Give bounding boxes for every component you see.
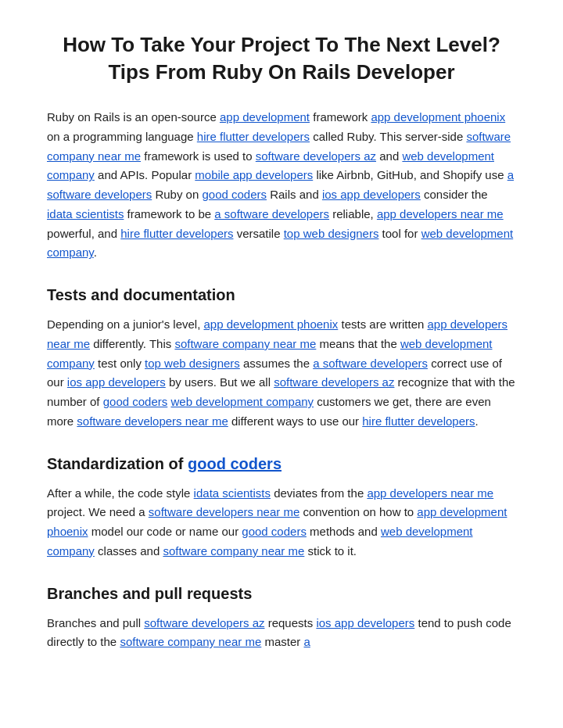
link-good-coders-heading[interactable]: good coders	[188, 455, 282, 472]
link-a-suffix[interactable]: a	[304, 635, 310, 648]
link-hire-flutter-3[interactable]: hire flutter developers	[362, 414, 475, 428]
link-good-coders-1[interactable]: good coders	[202, 188, 267, 201]
link-app-development-1[interactable]: app development	[220, 110, 310, 124]
link-ios-app-devs-1[interactable]: ios app developers	[322, 188, 421, 201]
link-top-web-designers-2[interactable]: top web designers	[145, 357, 240, 370]
link-good-coders-2[interactable]: good coders	[103, 395, 168, 408]
section-heading-branches: Branches and pull requests	[47, 585, 516, 603]
tests-paragraph: Depending on a junior's level, app devel…	[47, 315, 516, 432]
link-software-devs-near-me-1[interactable]: software developers near me	[77, 414, 228, 428]
link-app-devs-near-me-3[interactable]: app developers near me	[367, 486, 493, 500]
link-hire-flutter-1[interactable]: hire flutter developers	[197, 130, 310, 143]
link-app-dev-phoenix-2[interactable]: app development phoenix	[204, 317, 339, 331]
link-a-software-devs-3[interactable]: a software developers	[313, 357, 428, 370]
link-web-dev-company-2[interactable]: web development company	[47, 227, 513, 260]
link-software-devs-az-3[interactable]: software developers az	[144, 616, 264, 629]
link-mobile-app-devs[interactable]: mobile app developers	[195, 168, 313, 181]
link-software-company-3[interactable]: software company near me	[163, 544, 304, 558]
standardization-paragraph: After a while, the code style idata scie…	[47, 484, 516, 561]
link-app-development-phoenix-1[interactable]: app development phoenix	[371, 110, 505, 124]
section-heading-standardization: Standardization of good coders	[47, 455, 516, 473]
link-a-software-devs-2[interactable]: a software developers	[214, 207, 329, 221]
link-hire-flutter-2[interactable]: hire flutter developers	[120, 227, 233, 240]
page-container: How To Take Your Project To The Next Lev…	[23, 0, 540, 696]
section-heading-tests: Tests and documentation	[47, 286, 516, 304]
intro-paragraph: Ruby on Rails is an open-source app deve…	[47, 108, 516, 263]
link-software-company-4[interactable]: software company near me	[120, 635, 261, 648]
link-web-dev-company-4[interactable]: web development company	[170, 395, 314, 408]
link-software-devs-az-2[interactable]: software developers az	[274, 375, 394, 389]
link-ios-app-devs-3[interactable]: ios app developers	[316, 616, 414, 629]
link-idata-scientists-2[interactable]: idata scientists	[194, 486, 271, 500]
link-ios-app-devs-2[interactable]: ios app developers	[67, 375, 166, 389]
link-idata-scientists-1[interactable]: idata scientists	[47, 207, 124, 221]
link-app-devs-near-me-1[interactable]: app developers near me	[377, 207, 504, 221]
link-software-company-2[interactable]: software company near me	[174, 337, 316, 350]
link-good-coders-3[interactable]: good coders	[242, 525, 307, 538]
link-software-developers-az-1[interactable]: software developers az	[256, 149, 376, 163]
link-software-devs-near-me-2[interactable]: software developers near me	[149, 505, 299, 518]
link-top-web-designers-1[interactable]: top web designers	[284, 227, 379, 240]
page-title: How To Take Your Project To The Next Lev…	[47, 31, 516, 86]
branches-paragraph: Branches and pull software developers az…	[47, 614, 516, 653]
